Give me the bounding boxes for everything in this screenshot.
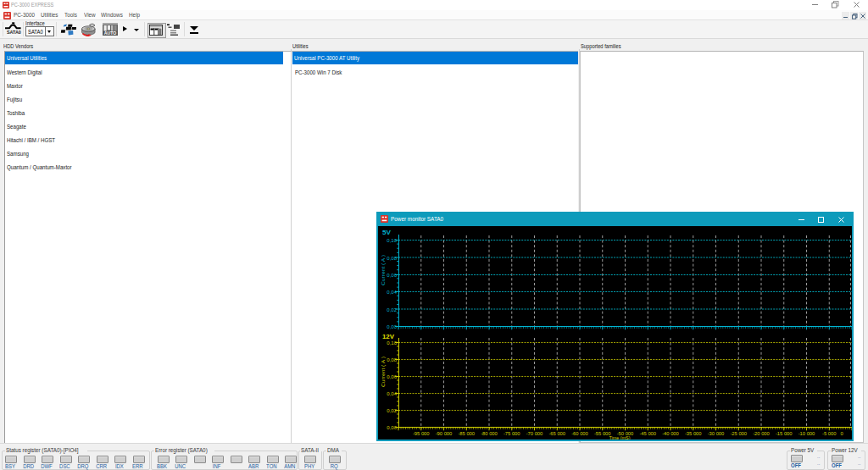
svg-text:0,06: 0,06 — [387, 374, 397, 379]
svg-text:-70 000: -70 000 — [526, 431, 543, 436]
svg-text:AUTO: AUTO — [104, 30, 117, 36]
svg-text:-35 000: -35 000 — [685, 431, 702, 436]
svg-text:-40 000: -40 000 — [662, 431, 679, 436]
svg-text:0,08: 0,08 — [387, 357, 397, 362]
svg-text:0,10: 0,10 — [387, 340, 397, 346]
svg-text:5V: 5V — [382, 229, 391, 235]
svg-text:-25 000: -25 000 — [730, 431, 747, 436]
svg-text:0,04: 0,04 — [387, 290, 397, 295]
svg-text:0: 0 — [840, 431, 843, 436]
svg-text:-45 000: -45 000 — [639, 431, 656, 436]
svg-text:0,02: 0,02 — [387, 307, 397, 312]
svg-text:-90 000: -90 000 — [436, 431, 453, 436]
svg-text:-30 000: -30 000 — [708, 431, 725, 436]
svg-text:0,08: 0,08 — [387, 256, 397, 261]
svg-text:0,00: 0,00 — [387, 425, 397, 430]
svg-text:0,00: 0,00 — [387, 324, 397, 329]
svg-text:-85 000: -85 000 — [458, 431, 475, 436]
svg-text:-65 000: -65 000 — [548, 431, 565, 436]
svg-text:Current ( A ): Current ( A ) — [381, 357, 386, 387]
svg-text:Current ( A ): Current ( A ) — [381, 255, 386, 285]
svg-text:-5 000: -5 000 — [822, 431, 836, 436]
svg-text:-75 000: -75 000 — [504, 431, 520, 436]
svg-text:-15 000: -15 000 — [776, 431, 793, 436]
svg-text:0,02: 0,02 — [387, 408, 397, 413]
svg-text:Time (mS): Time (mS) — [609, 435, 631, 440]
svg-text:0,06: 0,06 — [387, 273, 397, 278]
svg-text:-80 000: -80 000 — [481, 431, 498, 436]
svg-text:-20 000: -20 000 — [753, 431, 770, 436]
svg-text:0,10: 0,10 — [387, 238, 397, 243]
svg-text:12V: 12V — [382, 334, 394, 340]
svg-text:-95 000: -95 000 — [413, 431, 430, 436]
svg-text:0,04: 0,04 — [387, 391, 397, 396]
svg-text:-60 000: -60 000 — [571, 431, 588, 436]
svg-text:-10 000: -10 000 — [798, 431, 815, 436]
